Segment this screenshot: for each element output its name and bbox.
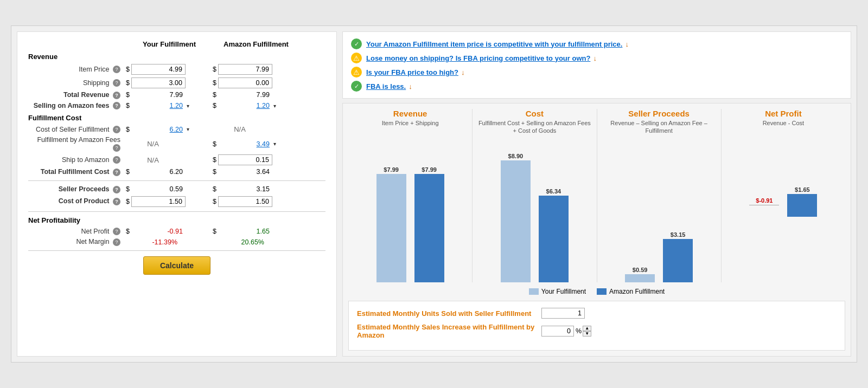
total-fulfillment-your-group: $ 6.20 (126, 168, 213, 176)
alert-icon-warn-1: ⚠ (351, 53, 362, 63)
chart-net-profit-col: Net Profit Revenue - Cost $-0.91 $1.65 (722, 109, 845, 282)
alert-icon-check-3: ✓ (351, 81, 362, 92)
calculate-btn-container: Calculate (28, 256, 326, 275)
chart-net-profit-title: Net Profit (765, 109, 802, 118)
chart-seller-proceeds-bars: $0.59 $3.15 (603, 139, 716, 282)
cost-of-product-info-icon[interactable]: ? (113, 198, 120, 205)
total-revenue-row: Total Revenue ? $ 7.99 $ 7.99 (28, 91, 326, 99)
fba-fees-info-icon[interactable]: ? (113, 144, 120, 152)
selling-fees-label: Selling on Amazon fees ? (28, 102, 126, 110)
seller-proceeds-your-bar (625, 274, 655, 282)
amazon-fulfillment-header: Amazon Fulfillment (213, 40, 299, 48)
chart-cost-subtitle: Fulfillment Cost + Selling on Amazon Fee… (478, 119, 591, 135)
calculate-button[interactable]: Calculate (143, 256, 210, 275)
spinner-up-btn[interactable]: ▲ (583, 326, 591, 331)
monthly-units-input[interactable] (541, 308, 585, 319)
alert-item-3: ✓ FBA is less. ↓ (351, 81, 843, 92)
seller-proceeds-your-group: $ 0.59 (126, 185, 213, 193)
net-profit-row: Net Profit ? $ -0.91 $ 1.65 (28, 228, 326, 236)
selling-fees-amazon-value[interactable]: 1.20 (218, 102, 272, 109)
fba-fees-your-na: N/A (126, 140, 180, 148)
fba-fees-row: Fulfillment by Amazon Fees ? N/A $ 3.49 … (28, 136, 326, 152)
alert-link-3[interactable]: FBA is less. (366, 82, 406, 90)
shipping-amazon-input[interactable] (218, 77, 272, 88)
ship-to-amazon-row: Ship to Amazon ? N/A $ (28, 154, 326, 165)
monthly-increase-input[interactable] (541, 326, 574, 337)
legend-your-fulfillment: Your Fulfillment (529, 288, 586, 295)
alert-link-0[interactable]: Your Amazon Fulfillment item price is co… (366, 40, 622, 48)
monthly-section: Estimated Monthly Units Sold with Seller… (348, 301, 845, 351)
alert-item-1: ⚠ Lose money on shipping? Is FBA pricing… (351, 53, 843, 63)
fba-fees-amazon-value[interactable]: 3.49 (218, 140, 272, 148)
fba-fees-amazon-group: $ 3.49 ▾ (213, 140, 299, 148)
ship-to-amazon-amazon-group: $ (213, 154, 299, 165)
right-panel: ✓ Your Amazon Fulfillment item price is … (342, 31, 851, 357)
cost-of-product-your-input[interactable] (131, 196, 186, 207)
legend-amazon-fulfillment: Amazon Fulfillment (597, 288, 665, 295)
revenue-amazon-bar (414, 174, 444, 282)
seller-fulfillment-amazon-na: N/A (213, 125, 267, 133)
legend-your-color (529, 288, 539, 295)
chart-revenue-title: Revenue (393, 109, 427, 118)
alert-arrow-2: ↓ (461, 68, 465, 76)
chart-revenue-col: Revenue Item Price + Shipping $7.99 $7.9… (348, 109, 473, 282)
net-margin-info-icon[interactable]: ? (113, 238, 120, 246)
ship-to-amazon-info-icon[interactable]: ? (113, 156, 120, 164)
item-price-info-icon[interactable]: ? (113, 66, 120, 73)
net-margin-amazon-group: 20.65% (213, 238, 299, 246)
net-margin-label: Net Margin ? (28, 238, 126, 246)
total-fulfillment-info-icon[interactable]: ? (113, 169, 120, 176)
fba-fees-amazon-arrow[interactable]: ▾ (273, 141, 276, 147)
revenue-amazon-bar-group: $7.99 (414, 166, 444, 282)
chart-net-profit-subtitle: Revenue - Cost (763, 119, 804, 127)
shipping-info-icon[interactable]: ? (113, 79, 120, 87)
selling-fees-your-value[interactable]: 1.20 (131, 102, 186, 109)
cost-of-product-amazon-group: $ (213, 196, 299, 207)
shipping-label: Shipping ? (28, 79, 126, 87)
selling-fees-your-arrow[interactable]: ▾ (187, 103, 189, 109)
shipping-your-input[interactable] (131, 77, 186, 88)
selling-fees-row: Selling on Amazon fees ? $ 1.20 ▾ $ 1.20… (28, 102, 326, 110)
seller-fulfillment-info-icon[interactable]: ? (113, 126, 120, 133)
monthly-units-row: Estimated Monthly Units Sold with Seller… (357, 308, 837, 319)
alert-arrow-1: ↓ (593, 54, 597, 62)
net-margin-row: Net Margin ? -11.39% 20.65% (28, 238, 326, 246)
cost-of-product-amazon-input[interactable] (218, 196, 272, 207)
chart-seller-proceeds-title: Seller Proceeds (628, 109, 690, 118)
seller-fulfillment-your-group: $ 6.20 ▾ (126, 126, 213, 133)
item-price-row: Item Price ? $ $ (28, 64, 326, 75)
net-profit-your-bar-group: $-0.91 (749, 197, 779, 205)
chart-revenue-bars: $7.99 $7.99 (354, 131, 467, 282)
seller-proceeds-your-bar-label: $0.59 (633, 267, 648, 273)
seller-proceeds-info-icon[interactable]: ? (113, 186, 120, 193)
selling-fees-amazon-group: $ 1.20 ▾ (213, 102, 299, 109)
net-profit-your-value: -0.91 (131, 228, 186, 235)
ship-to-amazon-label: Ship to Amazon ? (28, 156, 126, 164)
net-profit-info-icon[interactable]: ? (113, 228, 120, 235)
total-revenue-amazon-value: 7.99 (218, 91, 272, 99)
fulfillment-cost-section-title: Fulfillment Cost (28, 114, 326, 122)
legend-amazon-label: Amazon Fulfillment (609, 288, 665, 295)
alert-link-2[interactable]: Is your FBA price too high? (366, 68, 458, 76)
item-price-amazon-input[interactable] (218, 64, 272, 75)
spinner-down-btn[interactable]: ▼ (583, 331, 591, 337)
shipping-amazon-group: $ (213, 77, 299, 88)
selling-fees-info-icon[interactable]: ? (113, 102, 120, 109)
selling-fees-amazon-arrow[interactable]: ▾ (273, 103, 276, 109)
alert-item-2: ⚠ Is your FBA price too high? ↓ (351, 67, 843, 77)
chart-columns: Revenue Item Price + Shipping $7.99 $7.9… (348, 109, 845, 282)
item-price-your-input[interactable] (131, 64, 186, 75)
seller-proceeds-amazon-bar-group: $3.15 (663, 231, 693, 282)
net-profit-amazon-value: 1.65 (218, 228, 272, 235)
net-margin-amazon-value: 20.65% (213, 238, 267, 246)
ship-to-amazon-amazon-input[interactable] (218, 154, 272, 165)
total-revenue-info-icon[interactable]: ? (113, 92, 120, 99)
net-profitability-section-title: Net Profitability (28, 216, 326, 224)
revenue-your-bar-label: $7.99 (384, 166, 399, 173)
seller-fulfillment-arrow[interactable]: ▾ (187, 126, 189, 132)
seller-proceeds-amazon-group: $ 3.15 (213, 185, 299, 193)
seller-fulfillment-your-value[interactable]: 6.20 (131, 126, 186, 133)
alert-link-1[interactable]: Lose money on shipping? Is FBA pricing c… (366, 54, 590, 62)
alert-arrow-0: ↓ (625, 40, 629, 48)
cost-your-bar-group: $8.90 (501, 153, 531, 282)
